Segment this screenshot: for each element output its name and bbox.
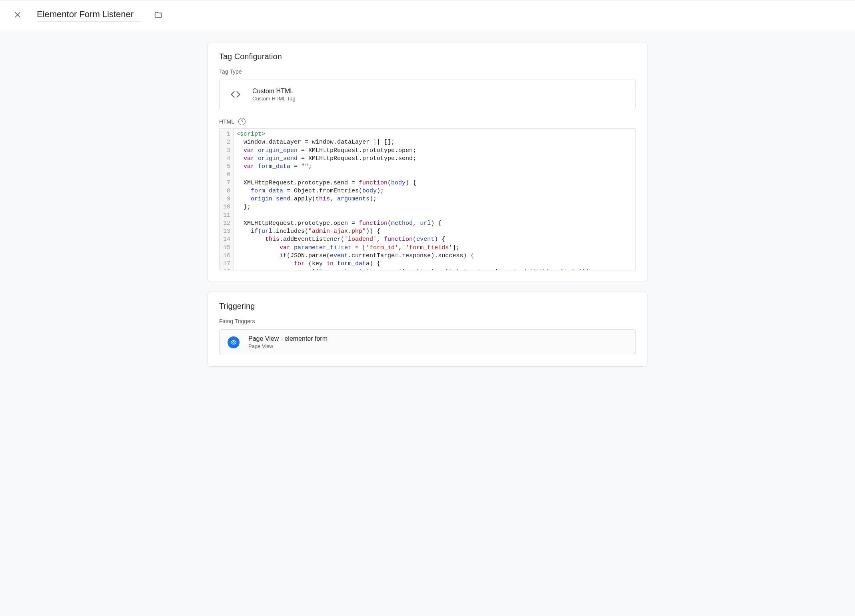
triggering-heading: Triggering bbox=[219, 302, 636, 311]
code-content[interactable]: <script> window.dataLayer = window.dataL… bbox=[234, 129, 635, 270]
tag-type-subtitle: Custom HTML Tag bbox=[252, 96, 296, 102]
code-gutter: 1 2 3 4 5 6 7 8 9 10 11 12 13 14 15 16 1… bbox=[220, 129, 234, 270]
html-code-editor[interactable]: 1 2 3 4 5 6 7 8 9 10 11 12 13 14 15 16 1… bbox=[219, 128, 636, 270]
tag-type-label: Tag Type bbox=[219, 68, 636, 75]
html-field-label: HTML bbox=[219, 118, 234, 125]
trigger-type: Page View bbox=[248, 343, 328, 349]
tag-config-heading: Tag Configuration bbox=[219, 52, 636, 61]
folder-icon bbox=[154, 10, 163, 19]
tag-type-selector[interactable]: Custom HTML Custom HTML Tag bbox=[219, 80, 636, 109]
dialog-header bbox=[0, 0, 855, 29]
trigger-row[interactable]: Page View - elementor form Page View bbox=[219, 329, 636, 355]
help-icon[interactable]: ? bbox=[238, 118, 246, 125]
triggering-card: Triggering Firing Triggers Page View - e… bbox=[208, 292, 647, 367]
tag-name-input[interactable] bbox=[37, 8, 141, 22]
svg-point-2 bbox=[233, 342, 234, 343]
tag-type-name: Custom HTML bbox=[252, 88, 296, 95]
trigger-name: Page View - elementor form bbox=[248, 335, 328, 342]
custom-html-icon bbox=[228, 86, 244, 102]
tag-configuration-card: Tag Configuration Tag Type Custom HTML C… bbox=[208, 42, 647, 282]
folder-button[interactable] bbox=[150, 7, 166, 23]
firing-triggers-label: Firing Triggers bbox=[219, 318, 636, 324]
page-view-trigger-icon bbox=[228, 336, 240, 348]
close-button[interactable] bbox=[8, 5, 27, 24]
close-icon bbox=[13, 10, 22, 19]
